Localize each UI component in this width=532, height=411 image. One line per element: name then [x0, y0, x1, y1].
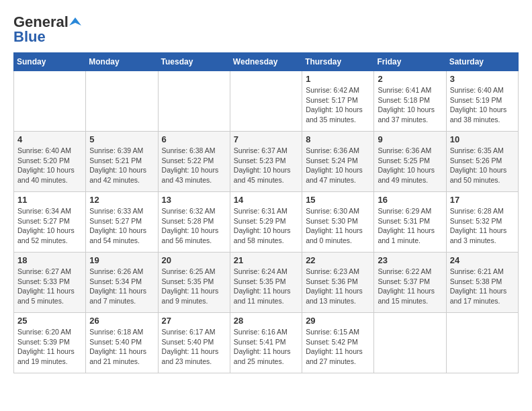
calendar-header-sunday: Sunday [14, 53, 86, 71]
calendar-header-monday: Monday [86, 53, 158, 71]
calendar-header-saturday: Saturday [446, 53, 518, 71]
calendar-cell: 15Sunrise: 6:30 AM Sunset: 5:30 PM Dayli… [302, 192, 374, 253]
calendar-header-row: SundayMondayTuesdayWednesdayThursdayFrid… [14, 53, 519, 71]
calendar-cell: 4Sunrise: 6:40 AM Sunset: 5:20 PM Daylig… [14, 132, 86, 192]
day-number: 1 [306, 74, 370, 84]
calendar-cell: 2Sunrise: 6:41 AM Sunset: 5:18 PM Daylig… [374, 71, 446, 132]
calendar-cell: 17Sunrise: 6:28 AM Sunset: 5:32 PM Dayli… [446, 192, 518, 253]
calendar-cell: 22Sunrise: 6:23 AM Sunset: 5:36 PM Dayli… [302, 253, 374, 313]
calendar-cell: 28Sunrise: 6:16 AM Sunset: 5:41 PM Dayli… [230, 313, 302, 373]
day-info: Sunrise: 6:27 AM Sunset: 5:33 PM Dayligh… [17, 267, 82, 306]
calendar-cell [230, 71, 302, 132]
day-number: 15 [306, 195, 370, 205]
day-info: Sunrise: 6:36 AM Sunset: 5:25 PM Dayligh… [378, 146, 442, 185]
calendar-week-row: 18Sunrise: 6:27 AM Sunset: 5:33 PM Dayli… [14, 253, 519, 313]
calendar-cell: 20Sunrise: 6:25 AM Sunset: 5:35 PM Dayli… [158, 253, 230, 313]
day-number: 19 [89, 255, 154, 265]
day-number: 4 [17, 134, 82, 144]
day-info: Sunrise: 6:31 AM Sunset: 5:29 PM Dayligh… [234, 206, 298, 246]
calendar-cell [446, 313, 518, 373]
calendar-cell: 25Sunrise: 6:20 AM Sunset: 5:39 PM Dayli… [14, 313, 86, 373]
day-info: Sunrise: 6:17 AM Sunset: 5:40 PM Dayligh… [162, 327, 226, 367]
day-info: Sunrise: 6:24 AM Sunset: 5:35 PM Dayligh… [234, 267, 298, 306]
day-info: Sunrise: 6:32 AM Sunset: 5:28 PM Dayligh… [162, 206, 226, 246]
calendar-week-row: 1Sunrise: 6:42 AM Sunset: 5:17 PM Daylig… [14, 71, 519, 132]
calendar-cell: 6Sunrise: 6:38 AM Sunset: 5:22 PM Daylig… [158, 132, 230, 192]
calendar-cell: 14Sunrise: 6:31 AM Sunset: 5:29 PM Dayli… [230, 192, 302, 253]
day-info: Sunrise: 6:35 AM Sunset: 5:26 PM Dayligh… [450, 146, 515, 185]
calendar-cell: 9Sunrise: 6:36 AM Sunset: 5:25 PM Daylig… [374, 132, 446, 192]
day-info: Sunrise: 6:21 AM Sunset: 5:38 PM Dayligh… [450, 267, 515, 306]
day-info: Sunrise: 6:34 AM Sunset: 5:27 PM Dayligh… [17, 206, 82, 246]
calendar-cell: 11Sunrise: 6:34 AM Sunset: 5:27 PM Dayli… [14, 192, 86, 253]
day-number: 21 [234, 255, 298, 265]
day-number: 9 [378, 134, 442, 144]
calendar-cell: 18Sunrise: 6:27 AM Sunset: 5:33 PM Dayli… [14, 253, 86, 313]
calendar-table: SundayMondayTuesdayWednesdayThursdayFrid… [13, 52, 519, 373]
day-number: 24 [450, 255, 515, 265]
day-info: Sunrise: 6:40 AM Sunset: 5:19 PM Dayligh… [450, 85, 515, 125]
calendar-cell: 29Sunrise: 6:15 AM Sunset: 5:42 PM Dayli… [302, 313, 374, 373]
calendar-header-friday: Friday [374, 53, 446, 71]
day-info: Sunrise: 6:20 AM Sunset: 5:39 PM Dayligh… [17, 327, 82, 367]
day-number: 6 [162, 134, 226, 144]
day-number: 28 [234, 316, 298, 326]
day-info: Sunrise: 6:42 AM Sunset: 5:17 PM Dayligh… [306, 85, 370, 125]
calendar-week-row: 4Sunrise: 6:40 AM Sunset: 5:20 PM Daylig… [14, 132, 519, 192]
day-info: Sunrise: 6:18 AM Sunset: 5:40 PM Dayligh… [89, 327, 154, 367]
day-info: Sunrise: 6:15 AM Sunset: 5:42 PM Dayligh… [306, 327, 370, 367]
day-info: Sunrise: 6:26 AM Sunset: 5:34 PM Dayligh… [89, 267, 154, 306]
day-info: Sunrise: 6:29 AM Sunset: 5:31 PM Dayligh… [378, 206, 442, 246]
day-info: Sunrise: 6:28 AM Sunset: 5:32 PM Dayligh… [450, 206, 515, 246]
day-number: 23 [378, 255, 442, 265]
calendar-cell [158, 71, 230, 132]
day-number: 22 [306, 255, 370, 265]
day-number: 10 [450, 134, 515, 144]
logo-blue: Blue [13, 28, 46, 46]
calendar-cell: 3Sunrise: 6:40 AM Sunset: 5:19 PM Daylig… [446, 71, 518, 132]
day-number: 8 [306, 134, 370, 144]
day-number: 11 [17, 195, 82, 205]
day-number: 29 [306, 316, 370, 326]
day-number: 7 [234, 134, 298, 144]
calendar-cell: 21Sunrise: 6:24 AM Sunset: 5:35 PM Dayli… [230, 253, 302, 313]
calendar-cell: 24Sunrise: 6:21 AM Sunset: 5:38 PM Dayli… [446, 253, 518, 313]
day-info: Sunrise: 6:41 AM Sunset: 5:18 PM Dayligh… [378, 85, 442, 125]
day-info: Sunrise: 6:38 AM Sunset: 5:22 PM Dayligh… [162, 146, 226, 185]
calendar-cell: 10Sunrise: 6:35 AM Sunset: 5:26 PM Dayli… [446, 132, 518, 192]
day-number: 13 [162, 195, 226, 205]
day-number: 12 [89, 195, 154, 205]
day-number: 18 [17, 255, 82, 265]
day-info: Sunrise: 6:36 AM Sunset: 5:24 PM Dayligh… [306, 146, 370, 185]
calendar-cell: 27Sunrise: 6:17 AM Sunset: 5:40 PM Dayli… [158, 313, 230, 373]
calendar-header-thursday: Thursday [302, 53, 374, 71]
day-info: Sunrise: 6:23 AM Sunset: 5:36 PM Dayligh… [306, 267, 370, 306]
day-info: Sunrise: 6:16 AM Sunset: 5:41 PM Dayligh… [234, 327, 298, 367]
day-number: 25 [17, 316, 82, 326]
calendar-cell: 5Sunrise: 6:39 AM Sunset: 5:21 PM Daylig… [86, 132, 158, 192]
day-number: 16 [378, 195, 442, 205]
day-number: 5 [89, 134, 154, 144]
calendar-week-row: 25Sunrise: 6:20 AM Sunset: 5:39 PM Dayli… [14, 313, 519, 373]
day-number: 3 [450, 74, 515, 84]
day-number: 27 [162, 316, 226, 326]
logo: General Blue [13, 13, 82, 46]
header: General Blue [13, 13, 519, 46]
calendar-cell [374, 313, 446, 373]
calendar-cell: 16Sunrise: 6:29 AM Sunset: 5:31 PM Dayli… [374, 192, 446, 253]
day-info: Sunrise: 6:30 AM Sunset: 5:30 PM Dayligh… [306, 206, 370, 246]
calendar-header-wednesday: Wednesday [230, 53, 302, 71]
calendar-cell: 23Sunrise: 6:22 AM Sunset: 5:37 PM Dayli… [374, 253, 446, 313]
calendar-cell [14, 71, 86, 132]
calendar-cell: 13Sunrise: 6:32 AM Sunset: 5:28 PM Dayli… [158, 192, 230, 253]
calendar-cell: 19Sunrise: 6:26 AM Sunset: 5:34 PM Dayli… [86, 253, 158, 313]
calendar-cell: 7Sunrise: 6:37 AM Sunset: 5:23 PM Daylig… [230, 132, 302, 192]
day-number: 14 [234, 195, 298, 205]
day-info: Sunrise: 6:37 AM Sunset: 5:23 PM Dayligh… [234, 146, 298, 185]
calendar-cell: 1Sunrise: 6:42 AM Sunset: 5:17 PM Daylig… [302, 71, 374, 132]
day-info: Sunrise: 6:25 AM Sunset: 5:35 PM Dayligh… [162, 267, 226, 306]
day-number: 2 [378, 74, 442, 84]
calendar-cell: 12Sunrise: 6:33 AM Sunset: 5:27 PM Dayli… [86, 192, 158, 253]
calendar-header-tuesday: Tuesday [158, 53, 230, 71]
calendar-cell [86, 71, 158, 132]
